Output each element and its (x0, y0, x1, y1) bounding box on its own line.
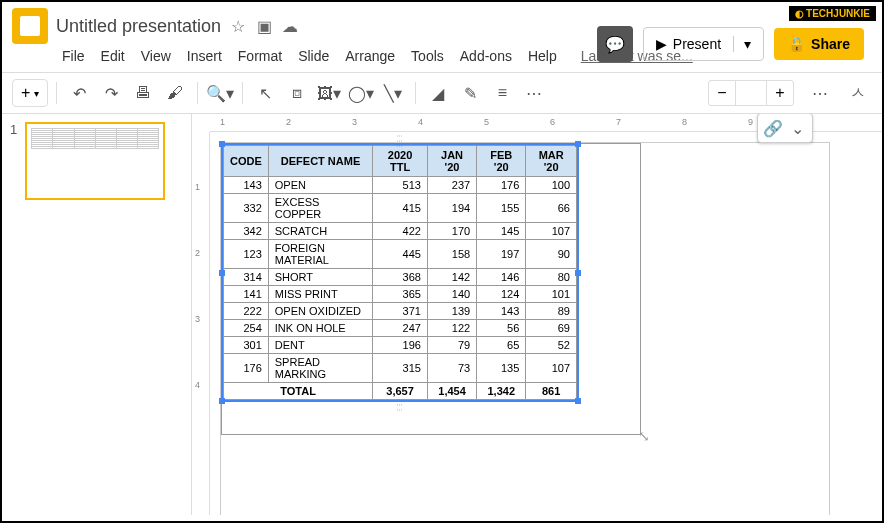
select-tool[interactable]: ↖ (251, 79, 279, 107)
zoom-out-button[interactable]: − (709, 81, 735, 105)
table-row: 314SHORT36814214680 (224, 269, 577, 286)
share-button[interactable]: 🔒 Share (774, 28, 864, 60)
ruler-vertical: 1234 (192, 132, 210, 515)
menu-addons[interactable]: Add-ons (454, 46, 518, 66)
table-header: FEB '20 (477, 146, 526, 177)
table-header: DEFECT NAME (268, 146, 372, 177)
undo-button[interactable]: ↶ (65, 79, 93, 107)
menu-edit[interactable]: Edit (95, 46, 131, 66)
table-row: 123FOREIGN MATERIAL44515819790 (224, 240, 577, 269)
table-row: 141MISS PRINT365140124101 (224, 286, 577, 303)
collapse-toolbar-icon[interactable]: ㅅ (850, 83, 866, 104)
zoom-in-button[interactable]: + (767, 81, 793, 105)
zoom-value[interactable] (735, 81, 767, 105)
present-dropdown-icon[interactable]: ▾ (733, 36, 751, 52)
textbox-tool[interactable]: ⧈ (283, 79, 311, 107)
menu-arrange[interactable]: Arrange (339, 46, 401, 66)
redo-button[interactable]: ↷ (97, 79, 125, 107)
handle-bl[interactable] (219, 398, 225, 404)
print-button[interactable]: 🖶 (129, 79, 157, 107)
slide-canvas[interactable]: ⤡ 🔗 ⌄ CODEDEFECT NAME2020 TTLJAN '20FEB … (220, 142, 830, 515)
slide-thumbnail[interactable] (25, 122, 165, 200)
thumb-number: 1 (10, 122, 17, 200)
fill-color-button[interactable]: ◢ (424, 79, 452, 107)
shape-tool[interactable]: ◯▾ (347, 79, 375, 107)
menu-format[interactable]: Format (232, 46, 288, 66)
table-total-row: TOTAL3,6571,4541,342861 (224, 383, 577, 400)
data-table: CODEDEFECT NAME2020 TTLJAN '20FEB '20MAR… (223, 145, 577, 400)
zoom-button[interactable]: 🔍▾ (206, 79, 234, 107)
link-icon[interactable]: 🔗 (762, 118, 784, 138)
slide-panel: 1 (2, 114, 192, 515)
handle-br[interactable] (575, 398, 581, 404)
lock-icon: 🔒 (788, 36, 805, 52)
table-row: 176SPREAD MARKING31573135107 (224, 354, 577, 383)
menu-file[interactable]: File (56, 46, 91, 66)
menu-view[interactable]: View (135, 46, 177, 66)
top-actions: 💬 ▶ Present ▾ 🔒 Share (597, 26, 864, 62)
selected-table[interactable]: CODEDEFECT NAME2020 TTLJAN '20FEB '20MAR… (221, 143, 579, 402)
more-button[interactable]: ⋯ (806, 79, 834, 107)
paint-format-button[interactable]: 🖌 (161, 79, 189, 107)
toolbar: +▾ ↶ ↷ 🖶 🖌 🔍▾ ↖ ⧈ 🖼▾ ◯▾ ╲▾ ◢ ✎ ≡ ⋯ − + ⋯… (2, 72, 882, 114)
doc-title[interactable]: Untitled presentation (56, 16, 221, 37)
table-header: 2020 TTL (373, 146, 428, 177)
link-dropdown-icon[interactable]: ⌄ (786, 118, 808, 138)
play-icon: ▶ (656, 36, 667, 52)
present-button[interactable]: ▶ Present ▾ (643, 27, 764, 61)
menu-tools[interactable]: Tools (405, 46, 450, 66)
cloud-icon[interactable]: ☁ (281, 17, 299, 35)
table-row: 332EXCESS COPPER41519415566 (224, 194, 577, 223)
table-row: 342SCRATCH422170145107 (224, 223, 577, 240)
table-header: JAN '20 (427, 146, 476, 177)
resize-handle-icon[interactable]: ⤡ (638, 428, 650, 444)
linked-object-toolbar: 🔗 ⌄ (757, 114, 813, 143)
handle-mr[interactable] (575, 270, 581, 276)
slides-logo-icon[interactable] (12, 8, 48, 44)
table-row: 222OPEN OXIDIZED37113914389 (224, 303, 577, 320)
table-header: CODE (224, 146, 269, 177)
table-header: MAR '20 (526, 146, 577, 177)
menu-insert[interactable]: Insert (181, 46, 228, 66)
canvas-area: 123456789 1234 ⤡ 🔗 ⌄ CODEDEFECT NAME2020… (192, 114, 882, 515)
handle-ml[interactable] (219, 270, 225, 276)
border-weight-button[interactable]: ≡ (488, 79, 516, 107)
table-row: 254INK ON HOLE2471225669 (224, 320, 577, 337)
star-icon[interactable]: ☆ (229, 17, 247, 35)
handle-tr[interactable] (575, 141, 581, 147)
menu-help[interactable]: Help (522, 46, 563, 66)
zoom-control: − + (708, 80, 794, 106)
border-dash-button[interactable]: ⋯ (520, 79, 548, 107)
menu-slide[interactable]: Slide (292, 46, 335, 66)
comments-button[interactable]: 💬 (597, 26, 633, 62)
watermark-badge: TECHJUNKIE (789, 6, 876, 21)
table-row: 301DENT196796552 (224, 337, 577, 354)
new-slide-button[interactable]: +▾ (12, 79, 48, 107)
handle-tl[interactable] (219, 141, 225, 147)
image-tool[interactable]: 🖼▾ (315, 79, 343, 107)
line-tool[interactable]: ╲▾ (379, 79, 407, 107)
border-color-button[interactable]: ✎ (456, 79, 484, 107)
table-row: 143OPEN513237176100 (224, 177, 577, 194)
move-icon[interactable]: ▣ (255, 17, 273, 35)
